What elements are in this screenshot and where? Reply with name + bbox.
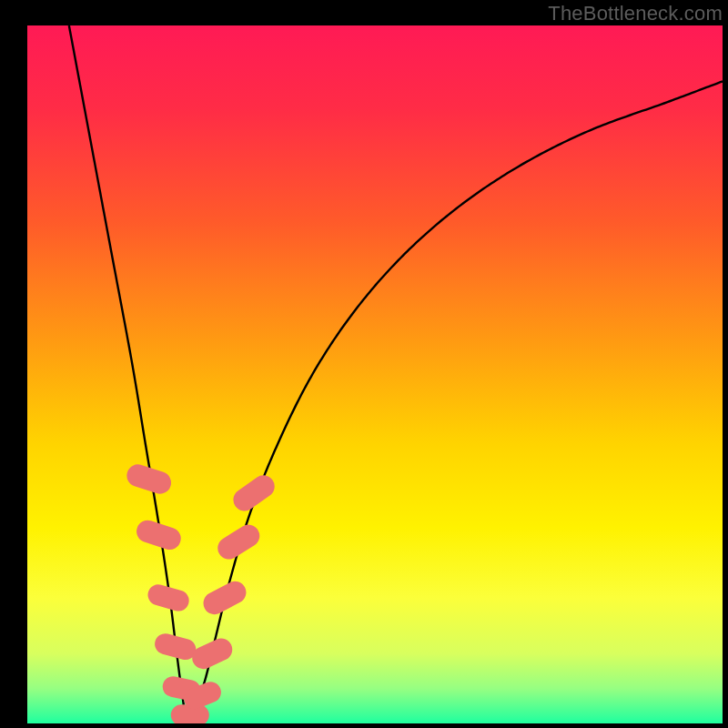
curve-marker — [199, 577, 250, 618]
chart-frame: TheBottleneck.com — [0, 0, 728, 728]
plot-area — [27, 25, 723, 723]
bottleneck-curve — [69, 25, 723, 723]
curve-marker — [188, 635, 236, 673]
curve-layer — [27, 25, 723, 723]
watermark-text: TheBottleneck.com — [548, 2, 723, 25]
curve-marker — [229, 471, 279, 516]
curve-marker — [214, 521, 264, 563]
